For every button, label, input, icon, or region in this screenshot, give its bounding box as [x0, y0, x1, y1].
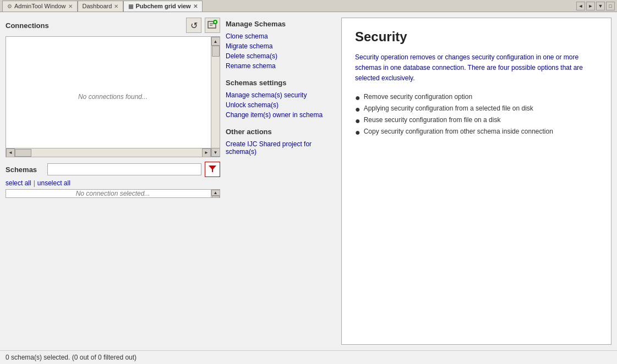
bullet-icon-1: ●: [355, 93, 361, 102]
rename-schema-item[interactable]: Rename schema: [226, 61, 336, 71]
connections-scroll-down[interactable]: ▼: [211, 148, 220, 157]
tab-close-admintool[interactable]: ✕: [68, 3, 73, 9]
schemas-settings-title: Schemas settings: [226, 79, 336, 87]
schemas-list-box: No connection selected... ▲ ▼: [6, 189, 220, 198]
manage-schemas-section: Manage Schemas Clone schema Migrate sche…: [226, 20, 336, 71]
nav-restore-btn[interactable]: □: [606, 2, 615, 10]
schemas-settings-section: Schemas settings Manage schema(s) securi…: [226, 79, 336, 120]
connections-title: Connections: [6, 21, 183, 30]
connections-scroll-thumb-v[interactable]: [212, 46, 220, 57]
left-panel: Connections ↺: [6, 18, 220, 345]
connections-scroll-left[interactable]: ◄: [6, 148, 15, 157]
connections-header: Connections ↺: [6, 18, 220, 33]
schemas-title: Schemas: [6, 166, 44, 174]
svg-marker-6: [209, 166, 216, 172]
title-bar: ⚙ AdminTool Window ✕ Dashboard ✕ ▦ Pubch…: [0, 0, 617, 12]
unselect-all-link[interactable]: unselect all: [37, 179, 70, 187]
select-all-link[interactable]: select all: [6, 179, 31, 187]
status-text: 0 schema(s) selected. (0 out of 0 filter…: [6, 354, 136, 361]
tab-close-pubchem[interactable]: ✕: [193, 3, 198, 9]
info-panel: Security Security operation removes or c…: [341, 18, 611, 345]
connections-section: Connections ↺: [6, 18, 220, 157]
nav-next-btn[interactable]: ►: [586, 2, 595, 10]
other-actions-section: Other actions Create IJC Shared project …: [226, 128, 336, 157]
connections-scrollbar-h[interactable]: ◄ ►: [6, 148, 211, 157]
bullet-icon-4: ●: [355, 128, 361, 137]
add-icon: [207, 19, 218, 32]
create-ijc-item[interactable]: Create IJC Shared project for schema(s): [226, 139, 336, 157]
nav-dropdown-btn[interactable]: ▼: [596, 2, 605, 10]
tab-dashboard[interactable]: Dashboard ✕: [78, 1, 124, 12]
nav-prev-btn[interactable]: ◄: [576, 2, 585, 10]
connections-scroll-thumb-h[interactable]: [15, 149, 31, 157]
grid-icon: ▦: [128, 3, 133, 9]
list-item: ● Applying security configuration from a…: [355, 103, 598, 115]
schemas-header: Schemas: [6, 162, 220, 177]
connections-scrollbar-v[interactable]: ▲ ▼: [211, 37, 220, 157]
add-connection-btn[interactable]: [205, 18, 220, 33]
unlock-schema-item[interactable]: Unlock schema(s): [226, 100, 336, 110]
select-links: select all | unselect all: [6, 179, 220, 187]
schemas-scroll-thumb-v[interactable]: [212, 196, 220, 198]
refresh-icon: ↺: [190, 20, 198, 31]
schemas-filter-btn[interactable]: [205, 162, 220, 177]
clone-schema-item[interactable]: Clone schema: [226, 31, 336, 41]
bullet-icon-2: ●: [355, 105, 361, 114]
schemas-filter-input[interactable]: [47, 163, 201, 175]
status-bar: 0 schema(s) selected. (0 out of 0 filter…: [0, 350, 617, 364]
connections-scroll-track-v[interactable]: [212, 46, 220, 148]
connections-empty-text: No connections found...: [6, 37, 220, 157]
info-title: Security: [355, 29, 598, 45]
migrate-schema-item[interactable]: Migrate schema: [226, 41, 336, 51]
schemas-scroll-up[interactable]: ▲: [211, 190, 220, 196]
schemas-section: Schemas select all | unselect all No con…: [6, 162, 220, 198]
refresh-connections-btn[interactable]: ↺: [186, 18, 201, 33]
change-owner-item[interactable]: Change item(s) owner in schema: [226, 110, 336, 120]
list-item: ● Copy security configuration from other…: [355, 126, 598, 138]
connections-scroll-right[interactable]: ►: [202, 148, 211, 157]
tab-admintool[interactable]: ⚙ AdminTool Window ✕: [2, 1, 78, 12]
info-description: Security operation removes or changes se…: [355, 52, 598, 84]
list-item: ● Reuse security configuration from file…: [355, 115, 598, 126]
schemas-empty-text: No connection selected...: [6, 190, 220, 197]
title-bar-controls: ◄ ► ▼ □: [576, 2, 615, 10]
manage-schemas-title: Manage Schemas: [226, 20, 336, 28]
delete-schema-item[interactable]: Delete schema(s): [226, 51, 336, 61]
connections-list-box: No connections found... ▲ ▼ ◄ ►: [6, 36, 220, 157]
other-actions-title: Other actions: [226, 128, 336, 136]
connections-scroll-up[interactable]: ▲: [211, 37, 220, 46]
bullet-icon-3: ●: [355, 117, 361, 125]
filter-icon: [208, 164, 217, 175]
schemas-scroll-track-v[interactable]: [212, 196, 220, 198]
schemas-scrollbar-v[interactable]: ▲ ▼: [211, 190, 220, 197]
admintool-icon: ⚙: [7, 3, 12, 9]
manage-security-item[interactable]: Manage schema(s) security: [226, 90, 336, 100]
main-content: Connections ↺: [0, 12, 617, 350]
connections-scroll-track-h[interactable]: [15, 149, 202, 157]
tab-close-dashboard[interactable]: ✕: [114, 3, 118, 9]
list-item: ● Remove security configuration option: [355, 92, 598, 103]
select-separator: |: [34, 179, 35, 187]
info-list: ● Remove security configuration option ●…: [355, 92, 598, 138]
tab-pubchem[interactable]: ▦ Pubchem grid view ✕: [123, 1, 202, 12]
menu-panel: Manage Schemas Clone schema Migrate sche…: [226, 18, 336, 345]
